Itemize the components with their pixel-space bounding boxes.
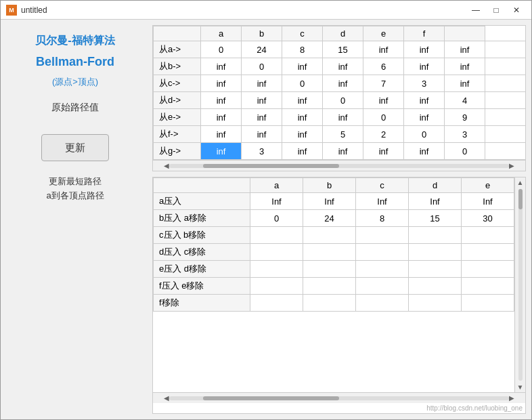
bottom-table-scrollbar-h[interactable]: ◀ ▶ bbox=[153, 392, 525, 403]
bottom-table-body: a压入InfInfInfInfInfb压入 a移除02481530c压入 b移除… bbox=[154, 193, 514, 312]
close-button[interactable]: ✕ bbox=[507, 3, 526, 18]
row-header: 从d-> bbox=[154, 92, 201, 109]
top-table-header-empty bbox=[154, 26, 201, 41]
table-cell: inf bbox=[282, 143, 323, 160]
table-row: a压入InfInfInfInfInf bbox=[154, 193, 514, 210]
table-cell: 0 bbox=[242, 58, 282, 75]
scroll-left-arrow-b[interactable]: ◀ bbox=[164, 394, 169, 402]
table-cell bbox=[462, 244, 514, 261]
table-cell-extra bbox=[485, 143, 526, 160]
table-cell: 0 bbox=[363, 109, 404, 126]
table-cell: 9 bbox=[445, 109, 485, 126]
bottom-table-header-c: c bbox=[356, 178, 409, 193]
table-cell: inf bbox=[242, 109, 282, 126]
row-header: d压入 c移除 bbox=[154, 244, 250, 261]
scroll-track-v bbox=[518, 189, 523, 381]
table-cell-extra bbox=[485, 75, 526, 92]
table-cell bbox=[462, 295, 514, 312]
top-table-header-c: c bbox=[282, 26, 323, 41]
algorithm-subtitle: (源点>顶点) bbox=[52, 76, 98, 88]
update-button[interactable]: 更新 bbox=[41, 134, 109, 161]
table-cell-extra bbox=[485, 92, 526, 109]
table-cell bbox=[462, 278, 514, 295]
table-cell bbox=[356, 295, 409, 312]
scroll-up-arrow[interactable]: ▲ bbox=[516, 177, 525, 188]
table-cell bbox=[356, 244, 409, 261]
bottom-table-inner: a b c d e a压入InfInfInfInfInfb压入 a移除02481… bbox=[153, 177, 525, 392]
table-row: 从b->inf0infinf6infinf bbox=[154, 58, 526, 75]
table-cell: 30 bbox=[462, 210, 514, 227]
bottom-table: a b c d e a压入InfInfInfInfInfb压入 a移除02481… bbox=[153, 177, 514, 312]
table-cell: 3 bbox=[445, 126, 485, 143]
top-table-header-d: d bbox=[323, 26, 363, 41]
watermark: http://blog.csdn.net/luobing_one bbox=[153, 403, 525, 413]
table-row: 从f->infinfinf5203 bbox=[154, 126, 526, 143]
table-cell bbox=[462, 261, 514, 278]
table-cell bbox=[356, 278, 409, 295]
table-cell: inf bbox=[404, 58, 445, 75]
table-cell: inf bbox=[404, 109, 445, 126]
table-cell: 15 bbox=[323, 41, 363, 58]
content-area: 贝尔曼-福特算法 Bellman-Ford (源点>顶点) 原始路径值 更新 更… bbox=[1, 20, 531, 419]
top-table-header-a: a bbox=[201, 26, 242, 41]
table-cell: inf bbox=[323, 143, 363, 160]
table-row: 从c->infinf0inf73inf bbox=[154, 75, 526, 92]
minimize-button[interactable]: — bbox=[466, 3, 485, 18]
top-table-header-e: e bbox=[363, 26, 404, 41]
bottom-table-header-d: d bbox=[409, 178, 462, 193]
table-cell: Inf bbox=[409, 193, 462, 210]
table-cell bbox=[303, 278, 356, 295]
table-cell: 3 bbox=[242, 143, 282, 160]
table-cell: inf bbox=[282, 92, 323, 109]
scroll-down-arrow[interactable]: ▼ bbox=[516, 382, 525, 392]
table-cell: 5 bbox=[323, 126, 363, 143]
row-header: e压入 d移除 bbox=[154, 261, 250, 278]
top-table-scrollbar-h[interactable]: ◀ ▶ bbox=[153, 160, 525, 171]
table-cell bbox=[409, 278, 462, 295]
table-cell: inf bbox=[201, 143, 242, 160]
table-cell: inf bbox=[242, 75, 282, 92]
scroll-right-arrow[interactable]: ▶ bbox=[509, 162, 514, 169]
table-cell bbox=[303, 244, 356, 261]
table-cell-extra bbox=[485, 41, 526, 58]
scroll-left-arrow[interactable]: ◀ bbox=[164, 162, 169, 169]
table-cell: 8 bbox=[282, 41, 323, 58]
table-cell bbox=[303, 227, 356, 244]
table-cell: 0 bbox=[323, 92, 363, 109]
scroll-thumb bbox=[203, 164, 339, 168]
table-cell-extra bbox=[485, 109, 526, 126]
table-cell bbox=[409, 295, 462, 312]
table-cell bbox=[409, 227, 462, 244]
table-cell: 6 bbox=[363, 58, 404, 75]
table-row: c压入 b移除 bbox=[154, 227, 514, 244]
table-cell bbox=[250, 244, 303, 261]
table-cell: inf bbox=[445, 75, 485, 92]
scroll-right-arrow-b[interactable]: ▶ bbox=[509, 394, 514, 402]
top-table-header-row: a b c d e f bbox=[154, 26, 526, 41]
table-cell: inf bbox=[282, 109, 323, 126]
bottom-table-scrollbar-v[interactable]: ▲ ▼ bbox=[514, 177, 525, 392]
bottom-table-header-row: a b c d e bbox=[154, 178, 514, 193]
table-cell: 2 bbox=[363, 126, 404, 143]
table-cell bbox=[250, 227, 303, 244]
table-cell: 7 bbox=[363, 75, 404, 92]
table-cell bbox=[250, 278, 303, 295]
row-header: 从b-> bbox=[154, 58, 201, 75]
table-cell: 15 bbox=[409, 210, 462, 227]
window-controls: — □ ✕ bbox=[466, 3, 526, 18]
bottom-table-header-a: a bbox=[250, 178, 303, 193]
table-cell: inf bbox=[201, 75, 242, 92]
table-row: 从a->024815infinfinf bbox=[154, 41, 526, 58]
table-cell bbox=[303, 261, 356, 278]
table-cell: inf bbox=[404, 143, 445, 160]
scroll-track-b bbox=[169, 396, 509, 400]
row-header: c压入 b移除 bbox=[154, 227, 250, 244]
maximize-button[interactable]: □ bbox=[487, 3, 506, 18]
algorithm-title-cn: 贝尔曼-福特算法 bbox=[35, 33, 114, 48]
table-cell: inf bbox=[282, 58, 323, 75]
table-cell bbox=[462, 227, 514, 244]
table-row: 从d->infinfinf0infinf4 bbox=[154, 92, 526, 109]
table-cell: inf bbox=[323, 58, 363, 75]
table-cell: Inf bbox=[356, 193, 409, 210]
table-cell bbox=[409, 244, 462, 261]
